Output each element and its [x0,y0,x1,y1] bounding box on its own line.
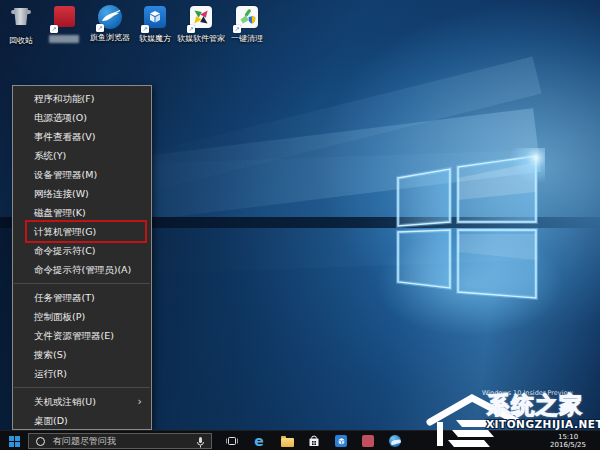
icon-label: 软媒魔方 [129,34,181,43]
icon-label: 软媒软件管家 [175,34,227,43]
windows-start-icon [9,436,20,447]
menu-item-control-panel[interactable]: 控制面板(P) [13,307,151,326]
menu-item-file-explorer[interactable]: 文件资源管理器(E) [13,326,151,345]
task-view-icon [225,435,239,447]
desktop-icon-one-click-clean[interactable]: ↗ 一键清理 [221,4,273,43]
menu-item-device-manager[interactable]: 设备管理器(M) [13,165,151,184]
menu-item-label: 计算机管理(G) [34,226,96,237]
search-input[interactable]: 有问题尽管问我 [28,433,212,449]
menu-separator [14,283,150,284]
shortcut-arrow-icon: ↗ [187,25,195,33]
store-button[interactable] [304,431,324,450]
microphone-icon[interactable] [196,436,205,449]
shortcut-arrow-icon: ↗ [233,25,241,33]
menu-item-label: 关机或注销(U) [34,396,96,407]
task-view-button[interactable] [222,431,242,450]
start-button[interactable] [0,431,28,450]
store-bag-icon [308,435,320,447]
sailfish-browser-button[interactable] [385,431,405,450]
cortana-icon [36,437,45,446]
menu-separator [14,387,150,388]
mofang-cube-icon: ↗ [142,6,168,32]
desktop-icon-ruanmei-manager[interactable]: ↗ 软媒软件管家 [175,4,227,43]
folder-icon [281,438,294,447]
menu-item-command-prompt[interactable]: 命令提示符(C) [13,241,151,260]
recycle-bin-icon [8,8,34,34]
globe-icon [389,435,401,447]
menu-item-command-prompt-admin[interactable]: 命令提示符(管理员)(A) [13,260,151,279]
edge-icon: e [254,431,264,450]
menu-item-shutdown-or-signout[interactable]: 关机或注销(U) › [13,392,151,411]
pinwheel-icon: ↗ [188,6,214,32]
menu-item-disk-management[interactable]: 磁盘管理(K) [13,203,151,222]
clock-time: 15:10 [550,433,586,441]
search-placeholder: 有问题尽管问我 [53,434,116,448]
red-app-icon [362,435,374,447]
desktop-icon-red-app[interactable]: ↗ [38,4,90,43]
sailfish-browser-icon: ↗ [97,5,123,31]
menu-item-programs-and-features[interactable]: 程序和功能(F) [13,89,151,108]
desktop-icon-ruanmei-mofang[interactable]: ↗ 软媒魔方 [129,4,181,43]
windows-logo-graphic [385,148,545,300]
red-app-button[interactable] [358,431,378,450]
mofang-app-button[interactable] [331,431,351,450]
blurred-icon-label [49,35,79,43]
file-explorer-button[interactable] [277,431,297,450]
menu-item-search[interactable]: 搜索(S) [13,345,151,364]
edge-browser-button[interactable]: e [249,431,269,450]
red-app-icon: ↗ [51,6,77,32]
cleaner-broom-icon: ↗ [234,6,260,32]
icon-label: 一键清理 [221,34,273,43]
menu-item-system[interactable]: 系统(Y) [13,146,151,165]
menu-item-desktop[interactable]: 桌面(D) [13,411,151,430]
shortcut-arrow-icon: ↗ [96,24,104,32]
shortcut-arrow-icon: ↗ [50,25,58,33]
windows-insider-watermark: Windows 10 Insider Preview [482,389,573,397]
menu-item-task-manager[interactable]: 任务管理器(T) [13,288,151,307]
clock-date: 2016/5/25 [550,441,586,449]
menu-item-run[interactable]: 运行(R) [13,364,151,383]
menu-item-computer-management[interactable]: 计算机管理(G) [13,222,151,241]
winx-context-menu: 程序和功能(F) 电源选项(O) 事件查看器(V) 系统(Y) 设备管理器(M)… [12,85,152,430]
taskbar: 有问题尽管问我 e [0,430,600,450]
taskbar-clock[interactable]: 15:10 2016/5/25 [550,433,586,449]
menu-item-network-connections[interactable]: 网络连接(W) [13,184,151,203]
cube-icon [335,435,347,447]
shortcut-arrow-icon: ↗ [141,25,149,33]
menu-item-event-viewer[interactable]: 事件查看器(V) [13,127,151,146]
chevron-right-icon: › [138,392,142,411]
menu-item-power-options[interactable]: 电源选项(O) [13,108,151,127]
